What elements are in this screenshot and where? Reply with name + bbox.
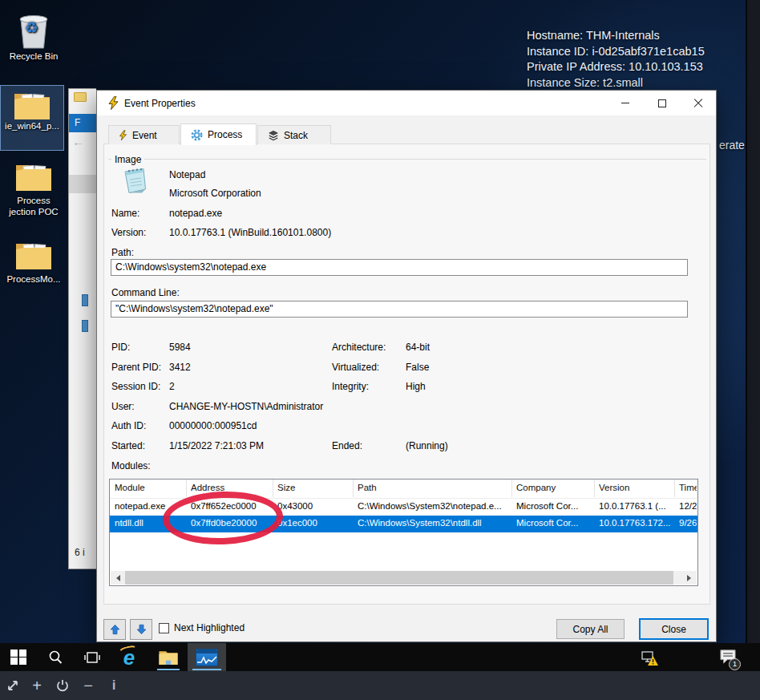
notification-badge: 1 <box>729 658 741 670</box>
cell-address: 0x7ffd0be20000 <box>191 518 269 528</box>
chevron-left-icon <box>113 575 120 581</box>
scrollbar-thumb[interactable] <box>125 571 673 585</box>
image-product-name: Notepad <box>169 169 205 180</box>
back-arrow-icon[interactable]: ← <box>72 135 84 148</box>
active-indicator <box>192 669 221 670</box>
taskbar-search-button[interactable] <box>37 643 74 671</box>
column-header-module[interactable]: Module <box>115 483 183 492</box>
copy-all-button[interactable]: Copy All <box>556 619 625 639</box>
scroll-right-arrow[interactable] <box>683 571 697 585</box>
parent-pid-value: 3412 <box>169 362 191 373</box>
zoom-in-button[interactable]: + <box>24 671 50 700</box>
previous-event-button[interactable] <box>103 619 126 640</box>
column-header-size[interactable]: Size <box>277 483 350 492</box>
column-header-path[interactable]: Path <box>358 483 508 492</box>
screen: Hostname: THM-Internals Instance ID: i-0… <box>0 0 760 700</box>
column-separator[interactable] <box>511 479 512 497</box>
cell-path: C:\Windows\System32\ntdll.dll <box>358 518 508 528</box>
cell-time: 12/25 <box>679 501 697 511</box>
chevron-right-icon <box>687 575 694 581</box>
column-header-version[interactable]: Version <box>599 483 671 492</box>
version-value: 10.0.17763.1 (WinBuild.160101.0800) <box>169 227 331 238</box>
column-header-time[interactable]: Time <box>679 483 697 492</box>
explorer-window-sliver[interactable]: F ← 6 i <box>68 88 96 569</box>
pid-label: PID: <box>111 342 130 353</box>
tab-stack[interactable]: Stack <box>257 125 331 144</box>
tab-process[interactable]: Process <box>180 123 257 145</box>
path-input[interactable]: C:\Windows\system32\notepad.exe <box>111 259 688 276</box>
explorer-file-menu[interactable]: F <box>69 114 96 132</box>
started-label: Started: <box>111 440 145 451</box>
power-button[interactable] <box>50 671 75 700</box>
next-highlighted-checkbox[interactable] <box>159 623 169 633</box>
minimize-icon <box>621 103 629 103</box>
process-monitor-button[interactable] <box>188 643 226 671</box>
modules-table[interactable]: Module Address Size Path Company Version… <box>109 479 698 586</box>
host-info-line: Hostname: THM-Internals <box>527 28 705 44</box>
gear-icon <box>191 129 203 141</box>
column-separator[interactable] <box>594 479 595 497</box>
column-separator[interactable] <box>273 479 273 497</box>
explorer-toolbar-fragment <box>69 175 96 193</box>
pid-value: 5984 <box>169 342 191 353</box>
desktop-icon-folder-ie-win64[interactable]: ie_win64_p... <box>0 85 64 151</box>
folder-icon <box>13 89 51 121</box>
minimize-button[interactable] <box>607 91 643 115</box>
column-separator[interactable] <box>674 479 675 497</box>
desktop-icon-recycle-bin[interactable]: ♻ Recycle Bin <box>0 10 67 63</box>
auth-id-value: 00000000:000951cd <box>169 420 257 431</box>
plus-icon: + <box>32 678 42 694</box>
maximize-icon <box>658 99 666 107</box>
notepad-icon <box>119 164 152 196</box>
tab-label: Event <box>132 130 157 141</box>
start-button[interactable] <box>0 643 37 671</box>
desktop-icon-folder-process-injection[interactable]: Process jection POC <box>0 160 67 217</box>
maximize-button[interactable] <box>644 91 680 115</box>
desktop-stray-text: erate <box>719 139 745 152</box>
column-header-address[interactable]: Address <box>191 483 269 492</box>
module-row-notepad[interactable]: notepad.exe 0x7ff652ec0000 0x43000 C:\Wi… <box>110 499 697 516</box>
action-center-button[interactable]: 1 <box>719 649 737 668</box>
file-explorer-button[interactable] <box>149 643 188 671</box>
search-icon <box>47 649 63 666</box>
dialog-titlebar[interactable]: Event Properties <box>97 91 716 115</box>
tab-label: Stack <box>284 130 308 141</box>
close-button[interactable]: Close <box>639 618 709 640</box>
task-view-button[interactable] <box>74 643 111 671</box>
desktop-icon-folder-processmo[interactable]: ProcessMo... <box>0 239 67 285</box>
zoom-out-button[interactable]: − <box>75 671 101 700</box>
host-info-line: Instance Size: t2.small <box>527 75 705 91</box>
tab-event[interactable]: Event <box>108 125 180 144</box>
integrity-label: Integrity: <box>332 381 369 392</box>
cell-size: 0x43000 <box>277 501 350 511</box>
ended-value: (Running) <box>406 440 448 451</box>
column-separator[interactable] <box>353 479 354 497</box>
cell-address: 0x7ff652ec0000 <box>191 501 269 511</box>
task-view-icon <box>84 650 100 665</box>
internet-explorer-button[interactable]: e <box>111 643 148 671</box>
host-info-line: Private IP Address: 10.10.103.153 <box>527 59 705 75</box>
session-id-label: Session ID: <box>111 381 160 392</box>
cell-version: 10.0.17763.172... <box>599 518 671 528</box>
close-icon <box>693 99 703 108</box>
folder-icon <box>14 160 53 192</box>
network-status-button[interactable] <box>641 651 659 669</box>
tab-label: Process <box>208 129 242 140</box>
close-window-button[interactable] <box>680 91 716 115</box>
command-line-input[interactable]: "C:\Windows\system32\notepad.exe" <box>111 301 688 318</box>
integrity-value: High <box>406 381 426 392</box>
cell-time: 9/26/ <box>679 518 697 528</box>
scroll-left-arrow[interactable] <box>111 571 124 585</box>
column-separator[interactable] <box>186 479 187 497</box>
module-row-ntdll-selected[interactable]: ntdll.dll 0x7ffd0be20000 0x1ec000 C:\Win… <box>110 516 697 532</box>
horizontal-scrollbar[interactable] <box>111 571 697 585</box>
fullscreen-button[interactable] <box>0 671 26 700</box>
image-company-name: Microsoft Corporation <box>169 188 261 199</box>
command-line-label: Command Line: <box>111 287 180 298</box>
recycle-symbol-icon: ♻ <box>25 22 38 34</box>
info-button[interactable]: i <box>101 671 127 700</box>
next-event-button[interactable] <box>130 619 152 640</box>
minus-icon: − <box>83 678 93 694</box>
column-header-company[interactable]: Company <box>516 483 591 492</box>
virtualized-label: Virtualized: <box>332 362 379 373</box>
